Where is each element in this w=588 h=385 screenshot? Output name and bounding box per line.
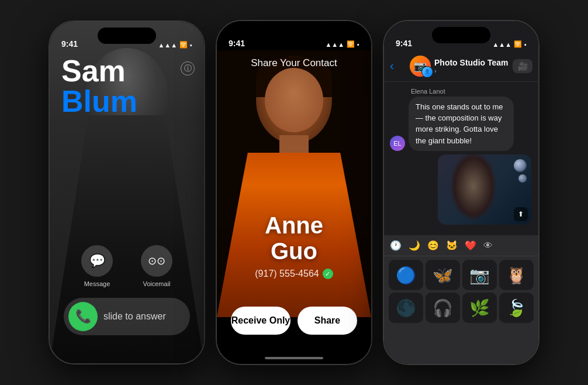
tab-animal[interactable]: 🐱: [446, 240, 458, 251]
status-time-2: 9:41: [229, 39, 245, 48]
dynamic-island-2: [265, 27, 323, 43]
caller-first-name: Sam: [61, 56, 192, 86]
verified-icon: ✓: [323, 269, 333, 279]
share-contact-title: Share Your Contact: [251, 57, 337, 68]
group-avatar-secondary: 👤: [421, 66, 433, 78]
sticker-moon[interactable]: 🌑: [389, 293, 423, 323]
voicemail-label: Voicemail: [143, 280, 170, 287]
message-text: This one stands out to me — the composit…: [416, 102, 503, 145]
wifi-icon-3: 🛜: [514, 40, 522, 48]
caller-name-container: Sam Blum: [61, 56, 192, 116]
tab-emoji[interactable]: 😊: [427, 240, 439, 251]
sticker-bubbles[interactable]: 🔵: [389, 260, 423, 290]
sender-name: Elena Lanot: [390, 88, 532, 95]
phone-incoming-call: 9:41 ▲▲▲ 🛜 ▪ ⓘ Sam Blum 💬 Message: [49, 20, 205, 365]
status-time-1: 9:41: [61, 39, 78, 49]
share-contact-header: Share Your Contact: [217, 57, 371, 69]
video-icon: 🎥: [518, 61, 528, 71]
contact-name-container: Anne Guo (917) 555-4564 ✓: [217, 212, 371, 279]
signal-icon-2: ▲▲▲: [325, 41, 344, 48]
slide-to-answer[interactable]: 📞 slide to answer: [64, 298, 190, 335]
status-icons-1: ▲▲▲ 🛜 ▪: [158, 41, 192, 49]
message-bubble: This one stands out to me — the composit…: [409, 97, 514, 151]
video-call-button[interactable]: 🎥: [513, 59, 532, 73]
battery-icon-1: ▪: [190, 42, 192, 49]
sender-avatar: EL: [390, 136, 405, 151]
message-row: EL This one stands out to me — the compo…: [390, 97, 532, 151]
tab-eyes[interactable]: 👁: [483, 240, 493, 251]
photo-message-row: ⬆: [390, 154, 531, 225]
sticker-camera[interactable]: 📷: [462, 260, 497, 290]
group-members: ›: [434, 67, 509, 74]
phone-share-contact: 9:41 ▲▲▲ 🛜 ▪ Share Your Contact Anne Guo…: [216, 20, 372, 365]
quick-actions: 💬 Message ⊙⊙ Voicemail: [50, 245, 204, 287]
group-avatar-2-icon: 👤: [424, 69, 430, 74]
slide-label: slide to answer: [103, 311, 166, 322]
sticker-leaf[interactable]: 🍃: [499, 293, 534, 323]
status-time-3: 9:41: [396, 39, 412, 48]
share-overlay-button[interactable]: ⬆: [514, 207, 528, 221]
status-icons-2: ▲▲▲ 🛜 ▪: [325, 40, 359, 48]
message-icon: 💬: [89, 253, 105, 269]
voicemail-icon: ⊙⊙: [148, 255, 165, 267]
contact-first-name: Anne: [265, 212, 323, 238]
sticker-tray: 🕐 🌙 😊 🐱 ❤️ 👁 🔵 🦋 📷 🦉 🌑 🎧 🌿 🍃: [384, 235, 538, 364]
message-label: Message: [84, 280, 110, 287]
wifi-icon-2: 🛜: [347, 40, 355, 48]
signal-icon-1: ▲▲▲: [158, 42, 177, 49]
wifi-icon-1: 🛜: [179, 41, 188, 49]
group-name-col[interactable]: Photo Studio Team ›: [434, 58, 509, 74]
photo-placeholder: ⬆: [438, 154, 531, 225]
sticker-grid: 🔵 🦋 📷 🦉 🌑 🎧 🌿 🍃: [384, 256, 538, 326]
sticker-butterfly[interactable]: 🦋: [426, 260, 460, 290]
voicemail-action[interactable]: ⊙⊙ Voicemail: [141, 245, 172, 287]
caller-last-name: Blum: [61, 86, 192, 116]
contact-phone-row: (917) 555-4564 ✓: [217, 269, 371, 279]
contact-phone: (917) 555-4564: [255, 269, 319, 279]
voicemail-button[interactable]: ⊙⊙: [141, 245, 172, 277]
group-avatar-container: 📷 👤: [410, 56, 431, 77]
battery-icon-3: ▪: [524, 41, 527, 48]
bubbles-deco: [514, 159, 527, 183]
share-buttons: Receive Only Share: [217, 307, 371, 335]
tab-heart[interactable]: ❤️: [465, 240, 476, 251]
signal-icon-3: ▲▲▲: [492, 41, 511, 48]
message-action[interactable]: 💬 Message: [81, 245, 113, 287]
bubble-small: [518, 174, 527, 183]
home-indicator-2: [265, 357, 323, 359]
sticker-aplus[interactable]: 🌿: [462, 293, 497, 323]
receive-only-button[interactable]: Receive Only: [231, 307, 290, 335]
messages-header: ‹ 📷 👤 Photo Studio Team › 🎥: [384, 50, 538, 82]
group-name: Photo Studio Team: [434, 58, 509, 67]
phone-messages: 9:41 ▲▲▲ 🛜 ▪ ‹ 📷 👤 Photo Studio Team ›: [383, 20, 539, 365]
status-icons-3: ▲▲▲ 🛜 ▪: [492, 40, 527, 48]
phones-container: 9:41 ▲▲▲ 🛜 ▪ ⓘ Sam Blum 💬 Message: [37, 8, 551, 377]
answer-button[interactable]: 📞: [68, 302, 98, 331]
tab-night[interactable]: 🌙: [409, 240, 420, 251]
photo-bubble[interactable]: ⬆: [438, 154, 531, 225]
battery-icon-2: ▪: [357, 41, 359, 48]
sticker-owl[interactable]: 🦉: [499, 260, 534, 290]
phone-icon: 📞: [75, 309, 91, 324]
bubble-large: [514, 159, 527, 172]
dynamic-island-3: [432, 27, 490, 43]
message-button[interactable]: 💬: [81, 245, 113, 277]
group-avatar-main: 📷 👤: [410, 56, 431, 77]
emoji-tabs: 🕐 🌙 😊 🐱 ❤️ 👁: [384, 235, 538, 256]
contact-last-name: Guo: [271, 238, 317, 264]
dynamic-island-1: [98, 28, 156, 44]
back-button[interactable]: ‹: [390, 59, 406, 73]
share-button[interactable]: Share: [298, 307, 357, 335]
tab-recent[interactable]: 🕐: [390, 240, 402, 251]
contact-name: Anne Guo: [217, 212, 371, 264]
sticker-headphones[interactable]: 🎧: [426, 293, 460, 323]
